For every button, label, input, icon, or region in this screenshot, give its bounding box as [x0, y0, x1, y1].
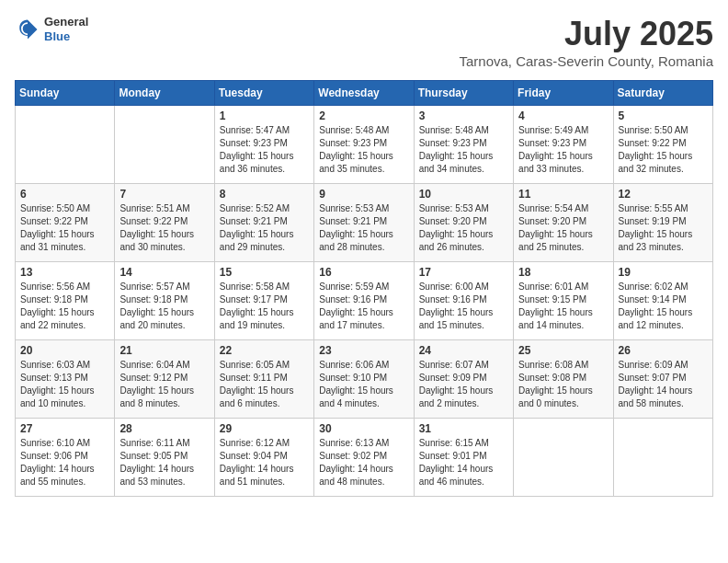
day-number: 24 [419, 344, 508, 357]
day-info: Sunrise: 6:02 AM Sunset: 9:14 PM Dayligh… [619, 281, 708, 332]
day-number: 7 [119, 188, 209, 201]
calendar-cell: 29Sunrise: 6:12 AM Sunset: 9:04 PM Dayli… [214, 419, 313, 497]
calendar-cell: 31Sunrise: 6:15 AM Sunset: 9:01 PM Dayli… [414, 419, 513, 497]
calendar-cell: 3Sunrise: 5:48 AM Sunset: 9:23 PM Daylig… [414, 106, 513, 184]
day-number: 20 [20, 344, 109, 357]
day-number: 10 [419, 188, 508, 201]
day-number: 5 [619, 109, 708, 122]
day-info: Sunrise: 5:56 AM Sunset: 9:18 PM Dayligh… [20, 281, 109, 332]
day-number: 21 [119, 344, 209, 357]
day-info: Sunrise: 6:00 AM Sunset: 9:16 PM Dayligh… [419, 281, 508, 332]
calendar-cell: 22Sunrise: 6:05 AM Sunset: 9:11 PM Dayli… [214, 340, 313, 419]
day-number: 12 [619, 188, 708, 201]
calendar-cell [613, 419, 712, 497]
calendar-cell: 6Sunrise: 5:50 AM Sunset: 9:22 PM Daylig… [16, 184, 115, 262]
calendar-cell: 14Sunrise: 5:57 AM Sunset: 9:18 PM Dayli… [115, 262, 214, 340]
day-number: 3 [419, 109, 508, 122]
day-number: 1 [220, 109, 309, 122]
calendar-cell: 24Sunrise: 6:07 AM Sunset: 9:09 PM Dayli… [414, 340, 513, 419]
day-number: 11 [518, 188, 608, 201]
logo-blue-text: Blue [44, 29, 88, 44]
calendar-week-row: 13Sunrise: 5:56 AM Sunset: 9:18 PM Dayli… [16, 262, 713, 340]
calendar-cell: 8Sunrise: 5:52 AM Sunset: 9:21 PM Daylig… [214, 184, 313, 262]
day-info: Sunrise: 5:53 AM Sunset: 9:20 PM Dayligh… [419, 202, 508, 254]
day-number: 17 [419, 266, 508, 279]
calendar-week-row: 1Sunrise: 5:47 AM Sunset: 9:23 PM Daylig… [16, 106, 713, 184]
day-number: 28 [119, 422, 209, 435]
day-info: Sunrise: 6:10 AM Sunset: 9:06 PM Dayligh… [20, 437, 109, 488]
day-info: Sunrise: 6:08 AM Sunset: 9:08 PM Dayligh… [518, 359, 608, 410]
logo-general-text: General [44, 15, 88, 29]
calendar-cell: 15Sunrise: 5:58 AM Sunset: 9:17 PM Dayli… [214, 262, 313, 340]
calendar-cell: 1Sunrise: 5:47 AM Sunset: 9:23 PM Daylig… [214, 106, 313, 184]
day-info: Sunrise: 5:48 AM Sunset: 9:23 PM Dayligh… [319, 124, 408, 176]
calendar-week-row: 6Sunrise: 5:50 AM Sunset: 9:22 PM Daylig… [16, 184, 713, 262]
page-header: General Blue July 2025 Tarnova, Caras-Se… [15, 15, 713, 69]
day-info: Sunrise: 5:54 AM Sunset: 9:20 PM Dayligh… [518, 202, 608, 254]
day-info: Sunrise: 5:48 AM Sunset: 9:23 PM Dayligh… [419, 124, 508, 176]
day-number: 29 [220, 422, 309, 435]
day-of-week-header: Thursday [414, 81, 513, 106]
day-number: 6 [20, 188, 109, 201]
day-info: Sunrise: 6:04 AM Sunset: 9:12 PM Dayligh… [119, 359, 209, 410]
calendar-cell: 20Sunrise: 6:03 AM Sunset: 9:13 PM Dayli… [16, 340, 115, 419]
calendar-cell [16, 106, 115, 184]
day-info: Sunrise: 6:11 AM Sunset: 9:05 PM Dayligh… [119, 437, 209, 488]
day-info: Sunrise: 5:53 AM Sunset: 9:21 PM Dayligh… [319, 202, 408, 254]
day-number: 8 [220, 188, 309, 201]
day-info: Sunrise: 6:06 AM Sunset: 9:10 PM Dayligh… [319, 359, 408, 410]
day-number: 15 [220, 266, 309, 279]
day-info: Sunrise: 5:50 AM Sunset: 9:22 PM Dayligh… [619, 124, 708, 176]
calendar-cell [115, 106, 214, 184]
day-info: Sunrise: 5:50 AM Sunset: 9:22 PM Dayligh… [20, 202, 109, 254]
day-of-week-header: Saturday [613, 81, 712, 106]
calendar-table: SundayMondayTuesdayWednesdayThursdayFrid… [15, 80, 713, 497]
day-info: Sunrise: 6:15 AM Sunset: 9:01 PM Dayligh… [419, 437, 508, 488]
calendar-cell: 23Sunrise: 6:06 AM Sunset: 9:10 PM Dayli… [314, 340, 414, 419]
calendar-cell: 25Sunrise: 6:08 AM Sunset: 9:08 PM Dayli… [514, 340, 613, 419]
calendar-cell [514, 419, 613, 497]
day-number: 18 [518, 266, 608, 279]
logo-text: General Blue [44, 15, 88, 43]
day-number: 31 [419, 422, 508, 435]
day-info: Sunrise: 6:01 AM Sunset: 9:15 PM Dayligh… [518, 281, 608, 332]
calendar-cell: 7Sunrise: 5:51 AM Sunset: 9:22 PM Daylig… [115, 184, 214, 262]
calendar-cell: 13Sunrise: 5:56 AM Sunset: 9:18 PM Dayli… [16, 262, 115, 340]
calendar-cell: 10Sunrise: 5:53 AM Sunset: 9:20 PM Dayli… [414, 184, 513, 262]
title-block: July 2025 Tarnova, Caras-Severin County,… [459, 15, 713, 69]
day-info: Sunrise: 5:47 AM Sunset: 9:23 PM Dayligh… [220, 124, 309, 176]
calendar-cell: 11Sunrise: 5:54 AM Sunset: 9:20 PM Dayli… [514, 184, 613, 262]
day-number: 9 [319, 188, 408, 201]
day-number: 13 [20, 266, 109, 279]
day-number: 25 [518, 344, 608, 357]
location-subtitle: Tarnova, Caras-Severin County, Romania [459, 53, 713, 69]
day-number: 2 [319, 109, 408, 122]
calendar-cell: 30Sunrise: 6:13 AM Sunset: 9:02 PM Dayli… [314, 419, 414, 497]
calendar-cell: 18Sunrise: 6:01 AM Sunset: 9:15 PM Dayli… [514, 262, 613, 340]
day-info: Sunrise: 5:51 AM Sunset: 9:22 PM Dayligh… [119, 202, 209, 254]
calendar-cell: 9Sunrise: 5:53 AM Sunset: 9:21 PM Daylig… [314, 184, 414, 262]
day-number: 26 [619, 344, 708, 357]
day-info: Sunrise: 5:49 AM Sunset: 9:23 PM Dayligh… [518, 124, 608, 176]
calendar-cell: 21Sunrise: 6:04 AM Sunset: 9:12 PM Dayli… [115, 340, 214, 419]
day-number: 23 [319, 344, 408, 357]
month-title: July 2025 [459, 15, 713, 53]
calendar-cell: 16Sunrise: 5:59 AM Sunset: 9:16 PM Dayli… [314, 262, 414, 340]
day-number: 30 [319, 422, 408, 435]
day-of-week-header: Tuesday [214, 81, 313, 106]
logo: General Blue [15, 15, 88, 43]
day-info: Sunrise: 6:09 AM Sunset: 9:07 PM Dayligh… [619, 359, 708, 410]
calendar-cell: 27Sunrise: 6:10 AM Sunset: 9:06 PM Dayli… [16, 419, 115, 497]
calendar-cell: 12Sunrise: 5:55 AM Sunset: 9:19 PM Dayli… [613, 184, 712, 262]
calendar-cell: 19Sunrise: 6:02 AM Sunset: 9:14 PM Dayli… [613, 262, 712, 340]
day-info: Sunrise: 6:12 AM Sunset: 9:04 PM Dayligh… [220, 437, 309, 488]
calendar-cell: 4Sunrise: 5:49 AM Sunset: 9:23 PM Daylig… [514, 106, 613, 184]
day-number: 4 [518, 109, 608, 122]
day-info: Sunrise: 6:03 AM Sunset: 9:13 PM Dayligh… [20, 359, 109, 410]
calendar-week-row: 20Sunrise: 6:03 AM Sunset: 9:13 PM Dayli… [16, 340, 713, 419]
day-number: 19 [619, 266, 708, 279]
calendar-cell: 28Sunrise: 6:11 AM Sunset: 9:05 PM Dayli… [115, 419, 214, 497]
day-info: Sunrise: 5:59 AM Sunset: 9:16 PM Dayligh… [319, 281, 408, 332]
calendar-cell: 26Sunrise: 6:09 AM Sunset: 9:07 PM Dayli… [613, 340, 712, 419]
calendar-cell: 5Sunrise: 5:50 AM Sunset: 9:22 PM Daylig… [613, 106, 712, 184]
